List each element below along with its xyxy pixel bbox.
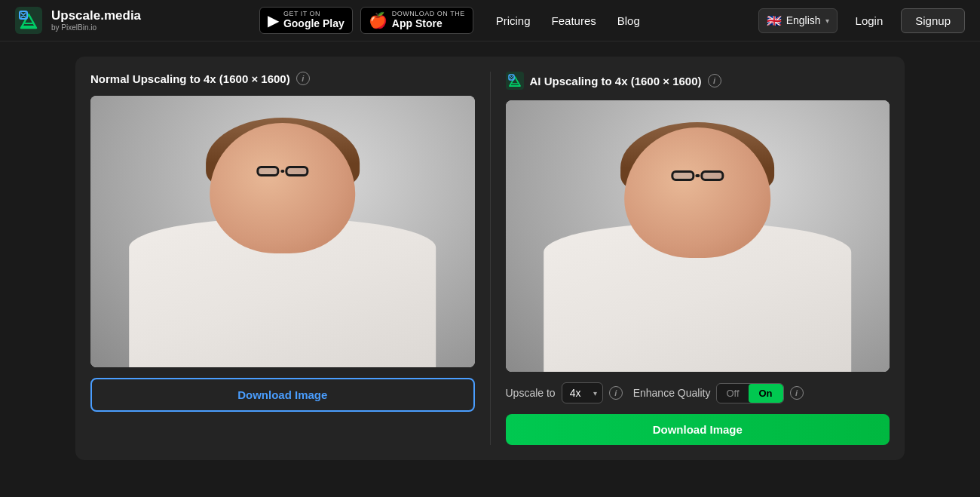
header: Upscale.media by PixelBin.io ▶ GET IT ON…	[0, 0, 980, 41]
app-store-large: App Store	[392, 18, 465, 29]
header-left: Upscale.media by PixelBin.io	[15, 7, 141, 34]
ai-upscale-icon	[506, 72, 524, 90]
glasses-normal	[256, 166, 309, 176]
nav-pricing[interactable]: Pricing	[496, 14, 531, 27]
header-right: 🇬🇧 English ▾ Login Signup	[758, 8, 965, 33]
normal-download-button[interactable]: Download Image	[90, 378, 475, 412]
comparison-container: Normal Upscaling to 4x (1600 × 1600) i	[75, 57, 905, 460]
enhance-control-group: Enhance Quality Off On i	[633, 383, 804, 403]
logo-text: Upscale.media by PixelBin.io	[51, 9, 141, 32]
upscale-select-wrapper: 2x 4x 8x ▾	[562, 382, 603, 403]
enhance-label: Enhance Quality	[633, 387, 711, 399]
app-store-text: Download on the App Store	[392, 11, 465, 29]
flag-icon: 🇬🇧	[767, 14, 782, 28]
apple-icon: 🍎	[369, 11, 387, 29]
enhance-toggle-group: Off On	[716, 383, 783, 403]
logo-main: Upscale.media	[51, 9, 141, 23]
person-figure-ai	[506, 100, 890, 372]
svg-rect-0	[15, 7, 42, 34]
head-ai	[624, 127, 770, 258]
enhance-info-icon[interactable]: i	[790, 386, 804, 400]
normal-person-image	[90, 96, 475, 367]
main-content: Normal Upscaling to 4x (1600 × 1600) i	[0, 41, 980, 497]
ai-info-icon[interactable]: i	[708, 74, 721, 87]
glasses-bridge-ai	[696, 174, 700, 177]
ai-panel-title: AI Upscaling to 4x (1600 × 1600) i	[506, 72, 890, 90]
header-center: ▶ GET IT ON Google Play 🍎 Download on th…	[259, 7, 640, 33]
normal-image-container	[90, 96, 475, 367]
glasses-left-frame-normal	[256, 166, 280, 176]
panel-divider	[490, 72, 491, 445]
chevron-down-icon: ▾	[825, 17, 829, 25]
upscale-control-group: Upscale to 2x 4x 8x ▾ i	[506, 382, 623, 403]
ai-upscaling-panel: AI Upscaling to 4x (1600 × 1600) i	[506, 72, 890, 445]
toggle-off-button[interactable]: Off	[717, 384, 748, 403]
glasses-ai	[671, 170, 724, 181]
google-play-badge[interactable]: ▶ GET IT ON Google Play	[259, 7, 353, 33]
ai-download-button[interactable]: Download Image	[506, 414, 890, 445]
normal-panel-title: Normal Upscaling to 4x (1600 × 1600) i	[90, 72, 475, 85]
nav-features[interactable]: Features	[552, 14, 596, 27]
glasses-right-frame-normal	[286, 166, 309, 176]
lang-label: English	[786, 14, 821, 26]
glasses-left-frame-ai	[671, 170, 694, 181]
ai-panel-title-text: AI Upscaling to 4x (1600 × 1600)	[530, 75, 702, 87]
normal-upscaling-panel: Normal Upscaling to 4x (1600 × 1600) i	[90, 72, 475, 445]
upscale-select[interactable]: 2x 4x 8x	[562, 382, 603, 403]
logo-icon	[15, 7, 42, 34]
signup-button[interactable]: Signup	[901, 8, 965, 33]
logo-sub: by PixelBin.io	[51, 23, 141, 32]
ai-person-image	[506, 100, 890, 372]
head-normal	[210, 123, 356, 253]
header-nav: Pricing Features Blog	[496, 14, 640, 27]
normal-panel-title-text: Normal Upscaling to 4x (1600 × 1600)	[90, 72, 290, 85]
upscale-label: Upscale to	[506, 387, 556, 399]
google-play-icon: ▶	[268, 11, 279, 29]
glasses-right-frame-ai	[700, 170, 724, 181]
login-button[interactable]: Login	[847, 10, 893, 32]
svg-rect-2	[506, 72, 524, 90]
nav-blog[interactable]: Blog	[617, 14, 640, 27]
language-selector[interactable]: 🇬🇧 English ▾	[758, 8, 838, 33]
glasses-bridge-normal	[280, 170, 284, 173]
upscale-info-icon[interactable]: i	[609, 386, 623, 400]
ai-controls: Upscale to 2x 4x 8x ▾ i Enhance Quality	[506, 382, 890, 403]
person-figure-normal	[90, 96, 475, 367]
app-store-badge[interactable]: 🍎 Download on the App Store	[360, 7, 473, 33]
google-play-large: Google Play	[283, 18, 345, 29]
toggle-on-button[interactable]: On	[749, 384, 783, 403]
google-play-text: GET IT ON Google Play	[283, 11, 345, 29]
normal-info-icon[interactable]: i	[296, 72, 310, 85]
ai-image-container	[506, 100, 890, 372]
